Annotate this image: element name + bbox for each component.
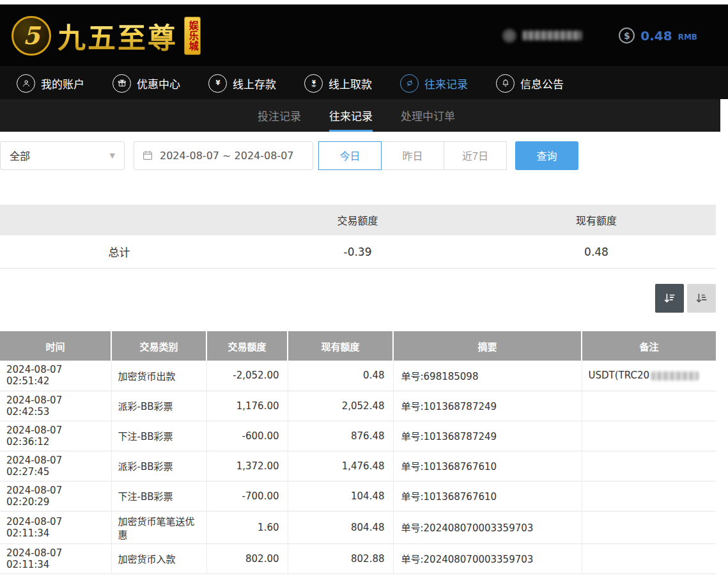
cell-amount: 802.00 — [206, 543, 288, 574]
summary-total-row: 总计 -0.39 0.48 — [0, 235, 716, 269]
cell-summary: 单号:698185098 — [393, 361, 582, 391]
note-redacted — [651, 371, 699, 380]
cell-amount: 1.60 — [206, 511, 288, 543]
cell-type: 下注-BB彩票 — [111, 421, 206, 451]
date-range-value: 2024-08-07 ~ 2024-08-07 — [160, 150, 294, 162]
cell-time: 2024-08-07 02:27:45 — [0, 451, 111, 481]
cell-amount: -600.00 — [206, 421, 288, 451]
brand-emblem-icon: 5 — [12, 16, 51, 56]
balance-currency: RMB — [678, 33, 697, 42]
withdraw-icon: ¥ — [304, 74, 323, 93]
balance-display[interactable]: $ 0.48 RMB — [619, 27, 697, 43]
cell-balance: 804.48 — [288, 511, 393, 543]
nav-item-promotions[interactable]: 优惠中心 — [112, 74, 180, 93]
table-row: 2024-08-07 02:20:29 下注-BB彩票 -700.00 104.… — [0, 481, 716, 511]
user-identity[interactable] — [502, 29, 582, 43]
cell-summary: 单号:101368787249 — [393, 421, 582, 451]
nav-label: 线上取款 — [329, 75, 372, 91]
cell-note — [582, 511, 716, 543]
col-header-amount: 交易额度 — [206, 331, 288, 361]
last7days-button[interactable]: 近7日 — [444, 141, 507, 170]
avatar — [502, 29, 516, 43]
site-header: 5 九五至尊 娱乐城 $ 0.48 RMB — [0, 4, 728, 66]
cell-balance: 0.48 — [288, 361, 393, 391]
cell-note — [582, 451, 716, 481]
table-row: 2024-08-07 02:36:12 下注-BB彩票 -600.00 876.… — [0, 421, 716, 451]
cell-balance: 2,052.48 — [288, 391, 393, 421]
cell-amount: -700.00 — [206, 481, 288, 511]
col-header-note: 备注 — [582, 331, 716, 361]
table-row: 2024-08-07 02:27:45 派彩-BB彩票 1,372.00 1,4… — [0, 451, 716, 481]
summary-header-row: 交易额度 现有额度 — [0, 205, 716, 235]
cell-type: 加密货币出款 — [111, 361, 206, 391]
cell-balance: 1,476.48 — [288, 451, 393, 481]
table-row: 2024-08-07 02:11:34 加密货币入款 802.00 802.88… — [0, 543, 716, 574]
cell-note — [582, 421, 716, 451]
date-range-input[interactable]: 2024-08-07 ~ 2024-08-07 — [134, 141, 313, 170]
cell-summary: 单号:101368787249 — [393, 391, 582, 421]
transactions-table: 时间 交易类别 交易额度 现有额度 摘要 备注 2024-08-07 02:51… — [0, 331, 716, 574]
search-button[interactable]: 查询 — [515, 141, 578, 170]
col-header-balance: 现有额度 — [288, 331, 393, 361]
nav-item-withdraw[interactable]: ¥ 线上取款 — [304, 74, 372, 93]
tab-transaction-records[interactable]: 往来记录 — [329, 99, 373, 132]
brand-title: 九五至尊 — [58, 15, 178, 56]
table-row: 2024-08-07 02:51:42 加密货币出款 -2,052.00 0.4… — [0, 361, 716, 391]
cell-type: 加密货币入款 — [111, 543, 206, 574]
cell-note — [582, 391, 716, 421]
cell-type: 下注-BB彩票 — [111, 481, 206, 511]
summary-balance-total: 0.48 — [477, 246, 716, 258]
main-nav: 我的账户 优惠中心 ¥ 线上存款 ¥ 线上取款 往来记录 信息公告 — [0, 66, 728, 99]
cell-time: 2024-08-07 02:20:29 — [0, 481, 111, 511]
quick-date-group: 今日 昨日 近7日 — [318, 141, 507, 170]
cell-time: 2024-08-07 02:36:12 — [0, 421, 111, 451]
nav-label: 我的账户 — [41, 75, 84, 91]
cell-balance: 802.88 — [288, 543, 393, 574]
cell-balance: 104.48 — [288, 481, 393, 511]
cell-balance: 876.48 — [288, 421, 393, 451]
table-row: 2024-08-07 02:42:53 派彩-BB彩票 1,176.00 2,0… — [0, 391, 716, 421]
tab-processing-orders[interactable]: 处理中订单 — [401, 99, 455, 132]
nav-item-announcements[interactable]: 信息公告 — [496, 74, 564, 93]
cell-time: 2024-08-07 02:11:34 — [0, 543, 111, 574]
nav-item-my-account[interactable]: 我的账户 — [17, 74, 84, 93]
type-filter-dropdown[interactable]: 全部 ▼ — [0, 141, 125, 170]
sort-descending-button[interactable] — [655, 284, 684, 313]
nav-label: 线上存款 — [233, 75, 276, 91]
cell-type: 派彩-BB彩票 — [111, 451, 206, 481]
brand-logo[interactable]: 5 九五至尊 娱乐城 — [12, 15, 201, 56]
cell-summary: 单号:101368767610 — [393, 451, 582, 481]
cell-amount: -2,052.00 — [206, 361, 288, 391]
cell-note — [582, 543, 716, 574]
brand-badge: 娱乐城 — [184, 17, 201, 55]
cell-amount: 1,176.00 — [206, 391, 288, 421]
today-button[interactable]: 今日 — [318, 141, 382, 170]
table-row: 2024-08-07 02:11:34 加密货币笔笔送优惠 1.60 804.4… — [0, 511, 716, 543]
cell-summary: 单号:202408070003359703 — [393, 511, 582, 543]
yesterday-button[interactable]: 昨日 — [381, 141, 444, 170]
balance-amount: 0.48 — [640, 28, 672, 43]
filter-bar: 全部 ▼ 2024-08-07 ~ 2024-08-07 今日 昨日 近7日 查… — [0, 141, 728, 170]
nav-label: 往来记录 — [424, 75, 468, 91]
cell-time: 2024-08-07 02:42:53 — [0, 391, 111, 421]
note-text: USDT(TRC20 — [589, 370, 649, 381]
tab-bet-records[interactable]: 投注记录 — [258, 99, 301, 132]
cell-type: 派彩-BB彩票 — [111, 391, 206, 421]
col-header-type: 交易类别 — [111, 331, 206, 361]
summary-table: 交易额度 现有额度 总计 -0.39 0.48 — [0, 205, 716, 269]
calendar-icon — [142, 150, 153, 161]
cell-time: 2024-08-07 02:11:34 — [0, 511, 111, 543]
user-icon — [17, 74, 35, 93]
svg-text:¥: ¥ — [312, 80, 316, 86]
sort-ascending-button[interactable] — [687, 284, 716, 313]
table-header-row: 时间 交易类别 交易额度 现有额度 摘要 备注 — [0, 331, 716, 361]
cell-summary: 单号:202408070003359703 — [393, 543, 582, 574]
nav-item-transaction-records[interactable]: 往来记录 — [400, 74, 468, 93]
records-icon — [400, 74, 419, 93]
summary-total-label: 总计 — [0, 244, 238, 260]
summary-transaction-total: -0.39 — [238, 246, 477, 258]
sort-ascending-icon — [695, 292, 709, 306]
cell-amount: 1,372.00 — [206, 451, 288, 481]
nav-label: 信息公告 — [520, 75, 564, 91]
nav-item-deposit[interactable]: ¥ 线上存款 — [208, 74, 276, 93]
